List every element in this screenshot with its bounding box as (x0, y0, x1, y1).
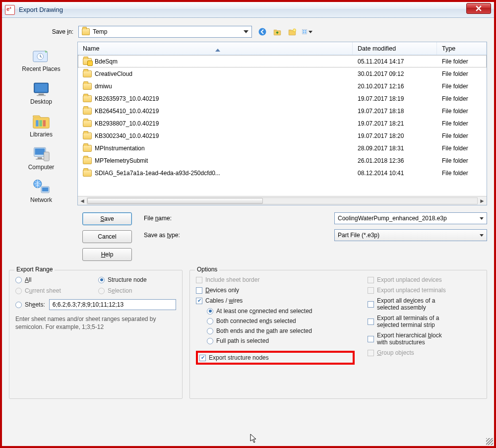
check-export-unplaced-terminals: Export unplaced terminals (368, 287, 446, 294)
dialog-window: Export Drawing Save in: Temp (0, 0, 496, 448)
row-date: 28.09.2017 18:31 (353, 145, 437, 152)
svg-rect-20 (35, 148, 45, 155)
save-button[interactable]: Save (82, 212, 132, 225)
radio-all[interactable]: All (15, 276, 93, 283)
place-network[interactable]: Network (14, 175, 68, 206)
svg-rect-22 (36, 159, 44, 160)
help-button[interactable]: Help (82, 248, 132, 261)
radio-full-path[interactable]: Full path is selected (207, 337, 355, 344)
svg-rect-26 (42, 188, 49, 192)
row-date: 26.01.2018 12:36 (353, 157, 437, 164)
table-row[interactable]: KB2645410_10.0.4021919.07.2017 18:18File… (78, 105, 487, 117)
save-in-value: Temp (93, 28, 107, 35)
row-name: MPInstrumentation (95, 145, 145, 152)
highlight-box: Export structure nodes (196, 351, 355, 365)
horizontal-scrollbar[interactable]: ◄ ► (78, 196, 487, 205)
svg-rect-6 (305, 30, 307, 32)
table-row[interactable]: dmiwu20.10.2017 12:16File folder (78, 80, 487, 92)
table-row[interactable]: MPTelemetrySubmit26.01.2018 12:36File fo… (78, 154, 487, 167)
check-cables-wires[interactable]: Cables / wires (196, 297, 355, 304)
table-row[interactable]: KB3002340_10.0.4021919.07.2017 18:20File… (78, 129, 487, 142)
resize-grip-icon[interactable] (486, 438, 493, 445)
svg-rect-21 (38, 157, 42, 159)
radio-sheets[interactable]: Sheets: (15, 301, 45, 308)
table-row[interactable]: BdeSqm05.11.2014 14:17File folder (78, 55, 487, 67)
col-name-header[interactable]: Name (78, 42, 353, 55)
scroll-thumb[interactable] (87, 198, 263, 204)
row-type: File folder (437, 145, 487, 152)
row-type: File folder (437, 83, 487, 90)
table-row[interactable]: CreativeCloud30.01.2017 09:12File folder (78, 67, 487, 80)
row-type: File folder (437, 108, 487, 115)
row-date: 30.01.2017 09:12 (353, 70, 437, 77)
row-name: KB2645410_10.0.40219 (95, 108, 159, 115)
row-date: 08.12.2014 10:41 (353, 170, 437, 177)
chevron-down-icon (244, 30, 248, 33)
export-range-legend: Export Range (14, 266, 55, 273)
place-recent[interactable]: Recent Places (14, 44, 68, 75)
place-label: Network (30, 196, 52, 203)
row-type: File folder (437, 120, 487, 127)
save-in-combo[interactable]: Temp (78, 26, 252, 38)
table-row[interactable]: KB2938807_10.0.4021919.07.2017 18:21File… (78, 117, 487, 129)
table-row[interactable]: KB2635973_10.0.4021919.07.2017 18:19File… (78, 92, 487, 105)
check-export-structure-nodes[interactable]: Export structure nodes (199, 354, 269, 361)
chevron-down-icon (309, 31, 312, 33)
check-include-sheet-border: Include sheet border (196, 276, 355, 283)
row-type: File folder (437, 170, 487, 177)
scroll-right-icon[interactable]: ► (478, 196, 487, 205)
check-devices-only[interactable]: Devices only (196, 287, 355, 294)
dialog-title: Export Drawing (19, 6, 63, 13)
save-type-label: Save as type: (144, 232, 327, 239)
svg-point-0 (259, 28, 266, 36)
check-export-all-devices[interactable]: Export all devices of aselected assembly (368, 297, 446, 311)
row-name: KB3002340_10.0.40219 (95, 132, 159, 139)
place-desktop[interactable]: Desktop (14, 76, 68, 108)
up-folder-button[interactable] (272, 26, 283, 37)
row-name: SDIAG_5e1a7a1a-1ead-4eda-a93d-250dcfd0..… (95, 170, 220, 177)
folder-icon (83, 120, 92, 127)
back-button[interactable] (257, 26, 268, 37)
radio-selection: Selection (98, 287, 176, 294)
place-libraries[interactable]: Libraries (14, 109, 68, 141)
file-name-input[interactable]: CoolingWaterPump_enhanced_2018.e3p (334, 212, 487, 224)
app-icon (5, 5, 15, 15)
row-name: KB2635973_10.0.40219 (95, 95, 159, 102)
view-menu-button[interactable] (302, 26, 312, 37)
svg-rect-23 (44, 152, 49, 161)
radio-both-ends[interactable]: Both connected ends selected (207, 318, 355, 324)
radio-one-end[interactable]: At least one connected end selected (207, 308, 355, 315)
sheets-input[interactable]: 6;6.2;6.3;7;8;9;10;11;12;13 (49, 299, 176, 310)
new-folder-button[interactable] (287, 26, 298, 37)
row-name: CreativeCloud (95, 70, 132, 77)
svg-rect-5 (303, 30, 305, 32)
close-button[interactable] (466, 3, 491, 14)
place-label: Libraries (30, 131, 53, 138)
svg-point-3 (293, 29, 296, 32)
table-row[interactable]: SDIAG_5e1a7a1a-1ead-4eda-a93d-250dcfd0..… (78, 167, 487, 179)
place-computer[interactable]: Computer (14, 142, 68, 174)
radio-structure-node[interactable]: Structure node (98, 276, 176, 283)
radio-both-path[interactable]: Both ends and the path are selected (207, 327, 355, 334)
svg-rect-18 (43, 120, 46, 127)
place-label: Recent Places (22, 65, 60, 72)
options-legend: Options (195, 266, 219, 273)
cancel-button[interactable]: Cancel (82, 230, 132, 243)
save-type-combo[interactable]: Part File (*.e3p) (334, 229, 487, 241)
options-group: Options Include sheet border Devices onl… (189, 270, 487, 399)
svg-rect-12 (35, 84, 47, 92)
scroll-track[interactable] (87, 197, 478, 204)
row-name: KB2938807_10.0.40219 (95, 120, 159, 127)
col-type-header[interactable]: Type (437, 42, 487, 55)
row-date: 05.11.2014 14:17 (353, 58, 437, 65)
row-date: 20.10.2017 12:16 (353, 83, 437, 90)
check-export-all-terminals[interactable]: Export all terminals of aselected termin… (368, 315, 446, 328)
sort-asc-icon (215, 42, 220, 52)
scroll-left-icon[interactable]: ◄ (78, 196, 87, 205)
file-list[interactable]: Name Date modified Type BdeSqm05.11.2014… (77, 42, 487, 205)
col-date-header[interactable]: Date modified (353, 42, 437, 55)
table-row[interactable]: MPInstrumentation28.09.2017 18:31File fo… (78, 142, 487, 154)
svg-rect-16 (36, 120, 38, 127)
folder-icon (83, 132, 92, 139)
check-export-hier-block[interactable]: Export hierarchical blockwith substructu… (368, 332, 446, 346)
